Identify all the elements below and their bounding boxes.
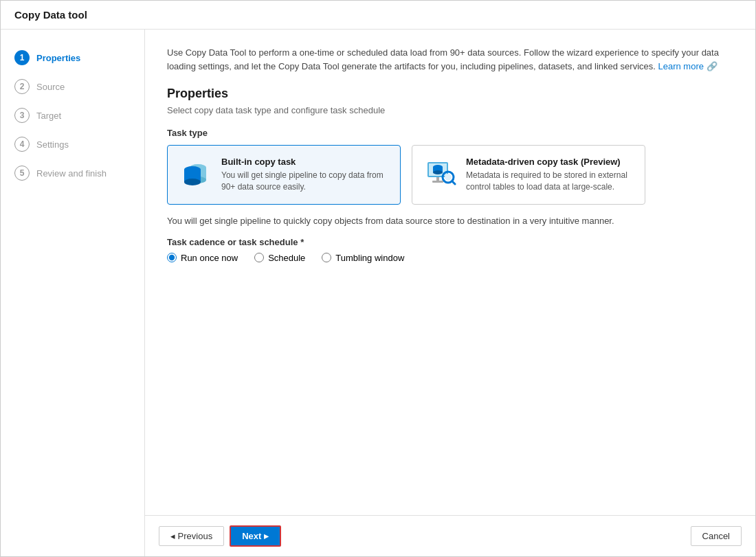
learn-more-link[interactable]: Learn more 🔗 [658,61,717,71]
content-area: Use Copy Data Tool to perform a one-time… [145,30,755,515]
svg-line-13 [452,181,455,184]
task-cadence-label: Task cadence or task schedule * [167,237,733,247]
step-circle-2: 2 [14,79,30,94]
task-card-builtin-desc: You will get single pipeline to copy dat… [221,170,389,193]
dialog-body: 1 Properties 2 Source 3 Target 4 Setting… [1,30,755,556]
dialog-title: Copy Data tool [1,1,755,30]
sidebar-item-review[interactable]: 5 Review and finish [1,159,144,187]
svg-point-10 [433,170,443,174]
pipeline-description: You will get single pipeline to quickly … [167,216,733,226]
task-card-builtin[interactable]: Built-in copy task You will get single p… [167,145,401,205]
radio-run-once-label: Run once now [181,253,238,263]
sidebar-label-source: Source [36,82,65,92]
section-subtitle: Select copy data task type and configure… [167,105,733,115]
footer: ◂ Previous Next ▸ Cancel [145,515,755,556]
svg-point-12 [445,174,452,181]
task-cards: Built-in copy task You will get single p… [167,145,733,205]
sidebar: 1 Properties 2 Source 3 Target 4 Setting… [1,30,145,556]
next-button[interactable]: Next ▸ [230,525,281,547]
step-circle-3: 3 [14,108,30,123]
radio-schedule-label: Schedule [268,253,305,263]
task-card-builtin-text: Built-in copy task You will get single p… [221,157,389,193]
sidebar-item-properties[interactable]: 1 Properties [1,43,144,72]
radio-tumbling-input[interactable] [322,253,331,262]
builtin-copy-icon [179,157,212,190]
sidebar-label-properties: Properties [36,53,80,63]
radio-run-once-input[interactable] [167,253,177,262]
step-circle-1: 1 [14,50,30,65]
section-title: Properties [167,87,733,101]
main-content: Use Copy Data Tool to perform a one-time… [145,30,755,556]
metadata-copy-icon [423,157,456,190]
task-type-label: Task type [167,128,733,138]
sidebar-label-target: Target [36,111,61,121]
dialog-container: Copy Data tool 1 Properties 2 Source 3 T… [0,0,756,557]
step-circle-5: 5 [14,166,30,181]
sidebar-label-review: Review and finish [36,168,107,179]
intro-text: Use Copy Data Tool to perform a one-time… [167,46,733,73]
radio-schedule[interactable]: Schedule [254,253,305,263]
task-card-metadata-title: Metadata-driven copy task (Preview) [466,157,634,167]
sidebar-item-source[interactable]: 2 Source [1,72,144,101]
radio-run-once[interactable]: Run once now [167,253,238,263]
cancel-button[interactable]: Cancel [691,526,742,546]
task-card-metadata[interactable]: Metadata-driven copy task (Preview) Meta… [412,145,645,205]
radio-options: Run once now Schedule Tumbling window [167,253,733,263]
previous-button[interactable]: ◂ Previous [159,526,224,546]
sidebar-item-target[interactable]: 3 Target [1,101,144,130]
sidebar-label-settings: Settings [36,139,69,150]
radio-tumbling[interactable]: Tumbling window [322,253,404,263]
task-card-metadata-desc: Metadata is required to be stored in ext… [466,170,634,193]
step-circle-4: 4 [14,137,30,152]
task-card-builtin-title: Built-in copy task [221,157,389,167]
radio-schedule-input[interactable] [254,253,264,262]
svg-rect-15 [432,181,443,183]
svg-rect-14 [436,177,439,181]
svg-point-5 [184,179,201,185]
radio-tumbling-label: Tumbling window [335,253,404,263]
task-card-metadata-text: Metadata-driven copy task (Preview) Meta… [466,157,634,193]
sidebar-item-settings[interactable]: 4 Settings [1,130,144,159]
